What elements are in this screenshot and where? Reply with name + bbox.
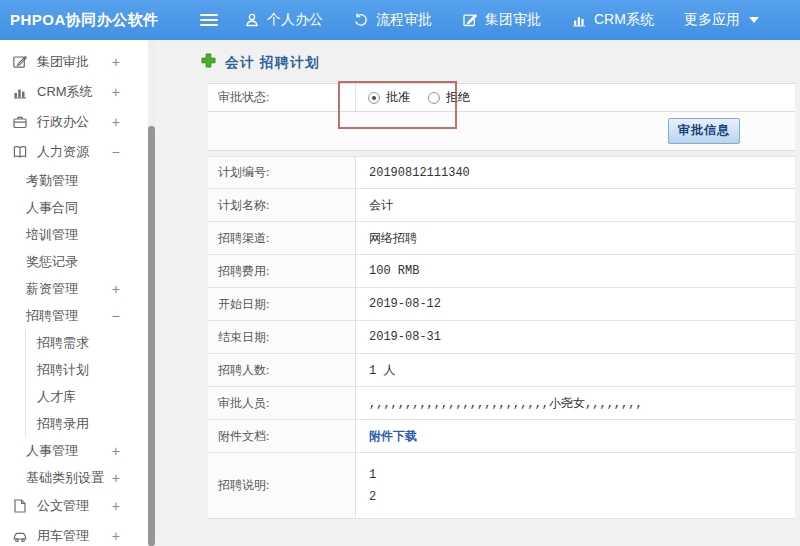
sidebar-item-4[interactable]: 考勤管理	[0, 167, 148, 194]
nav-more-apps[interactable]: 更多应用	[684, 11, 759, 29]
car-icon	[12, 528, 28, 544]
form-row-value: 附件下载	[356, 420, 795, 452]
person-icon	[244, 12, 260, 28]
top-nav: 个人办公 流程审批 集团审批 CRM系统 更多应用	[244, 11, 759, 29]
nav-label: 流程审批	[376, 11, 432, 29]
form-row-value: 1 人	[356, 354, 795, 386]
sidebar-item-0[interactable]: 集团审批 +	[0, 47, 148, 77]
main-content: 会计 招聘计划 审批状态: 批准 拒绝 审批信息 计划编号: 201908121…	[155, 40, 800, 546]
form-row-value: 会计	[356, 189, 795, 221]
page-title: 会计 招聘计划	[225, 54, 320, 72]
edit-icon	[462, 12, 478, 28]
edit-icon	[12, 54, 28, 70]
approval-options: 批准 拒绝	[356, 84, 488, 111]
form-row-5: 结束日期: 2019-08-31	[208, 321, 795, 354]
sidebar-item-label: 招聘管理	[26, 307, 78, 325]
form-row-label: 招聘说明:	[208, 453, 356, 518]
sidebar-item-12[interactable]: 人才库	[25, 383, 148, 410]
approval-info-button[interactable]: 审批信息	[668, 118, 740, 144]
sidebar-item-label: 招聘计划	[37, 361, 89, 379]
sidebar-item-label: 集团审批	[37, 53, 89, 71]
sidebar-item-label: 考勤管理	[26, 172, 78, 190]
form-row-8: 附件文档: 附件下载	[208, 420, 795, 453]
expand-toggle-icon[interactable]: +	[112, 85, 120, 99]
form-row-value: 1 2	[356, 453, 795, 518]
page-title-row: 会计 招聘计划	[155, 40, 800, 83]
form-row-label: 计划名称:	[208, 189, 356, 221]
radio-approve-label[interactable]: 批准	[386, 89, 410, 106]
nav-group-approval[interactable]: 集团审批	[462, 11, 541, 29]
sidebar-scrollbar-thumb[interactable]	[148, 126, 155, 546]
expand-toggle-icon[interactable]: +	[112, 282, 120, 296]
sidebar-item-2[interactable]: 行政办公 +	[0, 107, 148, 137]
sidebar-item-11[interactable]: 招聘计划	[25, 356, 148, 383]
attachment-download-link[interactable]: 附件下载	[369, 428, 417, 445]
sidebar-item-label: 行政办公	[37, 113, 89, 131]
sidebar-item-label: 招聘录用	[37, 415, 89, 433]
form-row-1: 计划名称: 会计	[208, 189, 795, 222]
sidebar-item-3[interactable]: 人力资源 −	[0, 137, 148, 167]
sidebar-item-15[interactable]: 基础类别设置 +	[0, 464, 148, 491]
expand-toggle-icon[interactable]: +	[112, 55, 120, 69]
form-row-value: 网络招聘	[356, 222, 795, 254]
form-row-6: 招聘人数: 1 人	[208, 354, 795, 387]
form-row-4: 开始日期: 2019-08-12	[208, 288, 795, 321]
sidebar-item-9[interactable]: 招聘管理 −	[0, 302, 148, 329]
sidebar-item-label: CRM系统	[37, 83, 93, 101]
sidebar-item-14[interactable]: 人事管理 +	[0, 437, 148, 464]
expand-toggle-icon[interactable]: +	[112, 444, 120, 458]
recruitment-plan-table: 计划编号: 20190812111340 计划名称: 会计 招聘渠道: 网络招聘…	[208, 156, 795, 519]
nav-label: 更多应用	[684, 11, 740, 29]
form-row-3: 招聘费用: 100 RMB	[208, 255, 795, 288]
expand-toggle-icon[interactable]: +	[112, 529, 120, 543]
form-row-2: 招聘渠道: 网络招聘	[208, 222, 795, 255]
chart-icon	[12, 84, 28, 100]
nav-personal-office[interactable]: 个人办公	[244, 11, 323, 29]
form-row-label: 招聘渠道:	[208, 222, 356, 254]
nav-crm-system[interactable]: CRM系统	[571, 11, 654, 29]
radio-approve[interactable]	[368, 92, 380, 104]
form-row-value: 100 RMB	[356, 255, 795, 287]
expand-toggle-icon[interactable]: +	[112, 499, 120, 513]
sidebar-item-label: 基础类别设置	[26, 469, 104, 487]
sidebar-item-5[interactable]: 人事合同	[0, 194, 148, 221]
form-row-label: 结束日期:	[208, 321, 356, 353]
sidebar-item-13[interactable]: 招聘录用	[25, 410, 148, 437]
radio-reject[interactable]	[428, 92, 440, 104]
sidebar-item-label: 公文管理	[37, 497, 89, 515]
sidebar-item-8[interactable]: 薪资管理 +	[0, 275, 148, 302]
form-row-label: 招聘人数:	[208, 354, 356, 386]
nav-label: 个人办公	[267, 11, 323, 29]
sidebar-item-label: 人事合同	[26, 199, 78, 217]
form-row-value: 2019-08-31	[356, 321, 795, 353]
expand-toggle-icon[interactable]: +	[112, 471, 120, 485]
nav-process-approval[interactable]: 流程审批	[353, 11, 432, 29]
briefcase-icon	[12, 114, 28, 130]
sidebar-item-10[interactable]: 招聘需求	[25, 329, 148, 356]
sidebar-item-label: 用车管理	[37, 527, 89, 545]
hamburger-menu-icon[interactable]	[200, 14, 218, 26]
expand-toggle-icon[interactable]: −	[112, 145, 120, 159]
sidebar-item-6[interactable]: 培训管理	[0, 221, 148, 248]
form-row-value: ,,,,,,,,,,,,,,,,,,,,,,,,,小尧女,,,,,,,,	[356, 387, 795, 419]
radio-reject-label[interactable]: 拒绝	[446, 89, 470, 106]
sidebar-item-label: 招聘需求	[37, 334, 89, 352]
sidebar-item-label: 人事管理	[26, 442, 78, 460]
sidebar-item-17[interactable]: 用车管理 +	[0, 521, 148, 546]
approval-button-row: 审批信息	[208, 112, 795, 151]
sidebar-item-label: 培训管理	[26, 226, 78, 244]
sidebar-item-16[interactable]: 公文管理 +	[0, 491, 148, 521]
flow-icon	[353, 12, 369, 28]
form-row-label: 招聘费用:	[208, 255, 356, 287]
expand-toggle-icon[interactable]: +	[112, 115, 120, 129]
sidebar-item-label: 奖惩记录	[26, 253, 78, 271]
sidebar-item-7[interactable]: 奖惩记录	[0, 248, 148, 275]
sidebar-item-label: 人才库	[37, 388, 76, 406]
doc-icon	[12, 498, 28, 514]
sidebar-item-1[interactable]: CRM系统 +	[0, 77, 148, 107]
approval-section: 审批状态: 批准 拒绝 审批信息	[208, 83, 795, 151]
caret-down-icon	[749, 17, 759, 23]
form-row-label: 审批人员:	[208, 387, 356, 419]
sidebar-scrollbar[interactable]	[148, 40, 155, 546]
expand-toggle-icon[interactable]: −	[112, 309, 120, 323]
